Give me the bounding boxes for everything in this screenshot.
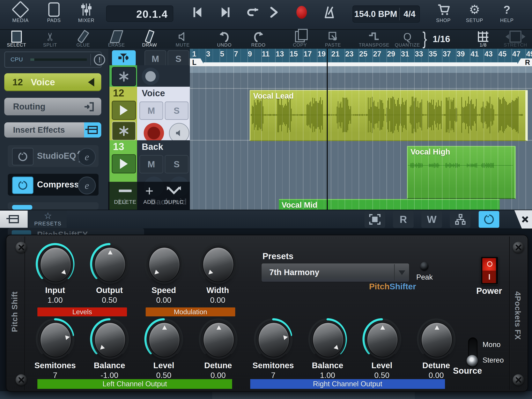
track12-monitor-button[interactable] bbox=[169, 123, 189, 140]
time-display[interactable]: 20.1.4 bbox=[106, 6, 173, 22]
cpu-meter bbox=[30, 58, 87, 61]
knob-semitones[interactable]: Semitones7 bbox=[28, 318, 82, 380]
knob-speed[interactable]: Speed0.00 bbox=[137, 243, 191, 304]
track13-mute-button[interactable]: M bbox=[139, 155, 163, 174]
knob-width[interactable]: Width0.00 bbox=[190, 243, 245, 304]
right-locator-flag[interactable]: R bbox=[516, 58, 532, 66]
knob-input[interactable]: Input1.00 bbox=[28, 243, 82, 304]
erase-tool[interactable]: ERASE bbox=[100, 31, 133, 48]
track12-mute-button[interactable]: M bbox=[139, 102, 163, 120]
write-automation-button[interactable]: W bbox=[421, 211, 442, 228]
mute-tool[interactable]: MUTE bbox=[166, 31, 199, 48]
setup-button[interactable]: ⚙ SETUP bbox=[458, 2, 491, 27]
quantize-button[interactable]: Q QUANTIZE bbox=[391, 31, 424, 48]
track12-record-button[interactable] bbox=[144, 123, 164, 140]
freeze-button[interactable] bbox=[112, 67, 136, 86]
grid-resolution-control[interactable]: 1/8 bbox=[467, 31, 500, 48]
knob-balance[interactable]: Balance-1.00 bbox=[82, 318, 137, 380]
preset-dropdown[interactable]: 7th Harmony bbox=[261, 263, 410, 282]
track12-solo-button[interactable]: S bbox=[165, 102, 189, 120]
compressor-power-button[interactable] bbox=[12, 176, 33, 194]
help-button[interactable]: ? HELP bbox=[490, 2, 523, 27]
studioeq-power-button[interactable] bbox=[12, 148, 33, 165]
ruler-bar-number: 13 bbox=[276, 50, 284, 58]
routing-button[interactable] bbox=[450, 211, 470, 228]
source-toggle-knob[interactable] bbox=[467, 355, 478, 366]
effect-edit-button[interactable]: e bbox=[78, 148, 96, 166]
knob-label: Speed bbox=[137, 286, 191, 295]
knob-detune[interactable]: Detune0.00 bbox=[191, 318, 245, 380]
ruler-bar-number: 37 bbox=[443, 50, 451, 58]
record-enable-button[interactable] bbox=[142, 68, 159, 85]
mixer-button[interactable]: MIXER bbox=[70, 2, 103, 27]
tempo-display[interactable]: 154.0 BPM 4/4 bbox=[352, 6, 420, 23]
timeline-ruler[interactable]: 1357911131517192123252729313335373941434… bbox=[190, 49, 532, 66]
pads-button[interactable]: PADS bbox=[37, 2, 70, 27]
draw-tool[interactable]: DRAW bbox=[133, 31, 166, 48]
media-label: MEDIA bbox=[4, 18, 37, 23]
track12-play-button[interactable] bbox=[112, 101, 136, 120]
play-icon bbox=[268, 6, 280, 19]
master-solo-button[interactable]: S bbox=[167, 50, 189, 67]
master-mute-button[interactable]: M bbox=[145, 50, 166, 67]
plugin-power-switch[interactable] bbox=[481, 256, 499, 285]
track13-solo-button[interactable]: S bbox=[165, 155, 189, 174]
presets-tab[interactable]: ☆ PRESETS bbox=[29, 211, 67, 228]
redo-button[interactable]: REDO bbox=[242, 31, 275, 48]
ruler-bar-number: 45 bbox=[498, 50, 507, 58]
select-tool[interactable]: SELECT bbox=[0, 31, 33, 48]
locator-range[interactable] bbox=[203, 62, 517, 66]
split-tool[interactable]: ✂ SPLIT bbox=[33, 31, 67, 48]
effect-edit-button[interactable]: e bbox=[78, 176, 96, 194]
track12-number-column[interactable]: 12 bbox=[109, 87, 137, 140]
track13-play-button[interactable] bbox=[112, 154, 136, 174]
left-locator-flag[interactable]: L bbox=[190, 58, 205, 66]
knob-label: Width bbox=[190, 286, 245, 295]
ruler-bar-number: 43 bbox=[484, 50, 493, 58]
insert-effect-tab[interactable] bbox=[0, 211, 28, 228]
paste-button[interactable]: PASTE bbox=[317, 31, 349, 48]
transpose-button[interactable]: TRANSPOSE bbox=[358, 31, 391, 48]
hidden-effect-row: PitchShiftFX bbox=[8, 228, 144, 235]
insert-effects-toggle[interactable] bbox=[84, 122, 101, 138]
knob-semitones[interactable]: Semitones7 bbox=[246, 318, 300, 380]
skip-start-icon bbox=[191, 6, 204, 19]
knob-pointer bbox=[108, 250, 113, 254]
clip-vocal-high[interactable]: Vocal High bbox=[407, 146, 516, 199]
autoscroll-button[interactable] bbox=[112, 50, 136, 66]
stretch-tool[interactable]: STRETCH bbox=[499, 31, 532, 48]
clip-vocal-lead[interactable]: Vocal Lead bbox=[250, 90, 528, 141]
effect-slot-compressor[interactable]: Compressor e bbox=[8, 174, 99, 196]
knob-balance[interactable]: Balance1.00 bbox=[300, 318, 355, 380]
knob-label: Detune bbox=[191, 361, 245, 370]
metronome-button[interactable] bbox=[313, 5, 346, 30]
effect-power-button bbox=[12, 205, 32, 210]
close-plugin-button[interactable] bbox=[509, 210, 532, 229]
media-button[interactable]: MEDIA bbox=[4, 2, 37, 27]
effect-slot-studioeq[interactable]: StudioEQ e bbox=[8, 145, 99, 167]
fullscreen-button[interactable] bbox=[365, 211, 385, 228]
glue-tool[interactable]: GLUE bbox=[67, 31, 100, 48]
screw-icon bbox=[513, 242, 524, 253]
effect-slot-partial[interactable] bbox=[8, 202, 99, 210]
plugin-power-button[interactable] bbox=[479, 211, 499, 228]
record-enable-icon bbox=[145, 71, 156, 82]
read-automation-button[interactable]: R bbox=[393, 211, 414, 228]
shop-button[interactable]: SHOP bbox=[427, 2, 460, 27]
knob-pointer bbox=[162, 325, 167, 330]
knob-level[interactable]: Level0.50 bbox=[355, 318, 409, 380]
track-number: 12 bbox=[113, 87, 124, 99]
track12-freeze-button[interactable] bbox=[112, 121, 136, 140]
insert-effects-header[interactable]: Insert Effects bbox=[4, 122, 101, 138]
warning-icon[interactable]: ! bbox=[94, 54, 105, 65]
undo-button[interactable]: UNDO bbox=[208, 31, 241, 48]
copy-button[interactable]: COPY bbox=[283, 31, 317, 48]
knob-level[interactable]: Level0.50 bbox=[137, 318, 191, 380]
routing-button[interactable]: Routing bbox=[4, 98, 101, 115]
hidden-effect-name: PitchShiftFX bbox=[37, 230, 88, 235]
playhead[interactable] bbox=[327, 49, 328, 228]
ruler-bar-number: 7 bbox=[234, 50, 238, 58]
knob-output[interactable]: Output0.50 bbox=[82, 243, 137, 304]
arrangement-area[interactable]: Vocal Lead Vocal High Vocal Mid 13579111… bbox=[190, 49, 532, 228]
track-selector-button[interactable]: 12 Voice bbox=[4, 73, 101, 91]
